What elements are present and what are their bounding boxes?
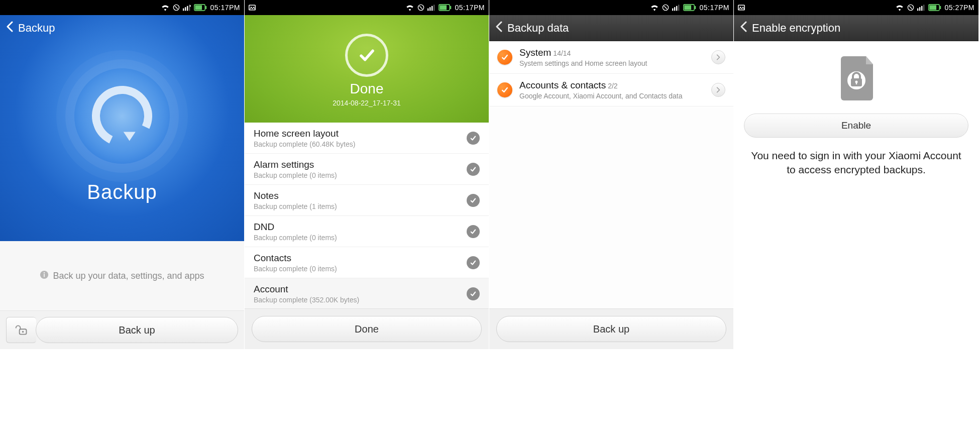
enable-button[interactable]: Enable bbox=[744, 114, 968, 138]
header-bar: Enable encryption bbox=[734, 15, 978, 41]
encryption-body: Enable You need to sign in with your Xia… bbox=[734, 41, 978, 349]
disclosure-button[interactable] bbox=[711, 83, 725, 97]
backup-button-label: Back up bbox=[593, 323, 629, 335]
svg-rect-25 bbox=[674, 7, 675, 11]
category-count: 2/2 bbox=[608, 82, 617, 90]
battery-icon bbox=[194, 4, 207, 11]
svg-rect-6 bbox=[195, 5, 202, 10]
svg-rect-36 bbox=[921, 6, 922, 11]
svg-rect-16 bbox=[427, 9, 428, 11]
back-icon[interactable] bbox=[495, 21, 502, 35]
footer: Back up bbox=[489, 308, 733, 349]
svg-rect-18 bbox=[431, 6, 432, 11]
battery-icon bbox=[439, 4, 452, 11]
screen-backup-done: 05:17PM Done 2014-08-22_17-17-31 Home sc… bbox=[245, 0, 489, 349]
backup-button[interactable]: Back up bbox=[36, 317, 238, 343]
back-icon[interactable] bbox=[6, 21, 13, 35]
header-title: Enable encryption bbox=[752, 22, 840, 35]
result-item: Notes Backup complete (1 items) bbox=[245, 185, 489, 216]
result-item: Account Backup complete (352.00K bytes) bbox=[245, 278, 489, 308]
hero-panel: Backup bbox=[0, 15, 244, 241]
svg-rect-21 bbox=[440, 5, 447, 10]
status-time: 05:17PM bbox=[699, 4, 729, 12]
status-time: 05:17PM bbox=[455, 4, 485, 12]
result-title: Account bbox=[254, 284, 359, 295]
category-subtitle: Google Account, Xiaomi Account, and Cont… bbox=[519, 92, 704, 100]
result-title: Home screen layout bbox=[254, 128, 355, 139]
header-title: Backup bbox=[18, 22, 55, 35]
category-item-accounts[interactable]: Accounts & contacts2/2 Google Account, X… bbox=[489, 74, 733, 106]
unlock-icon bbox=[15, 324, 28, 336]
category-title: System bbox=[519, 47, 551, 58]
screen-backup-data: 05:17PM Backup data System14/14 System s… bbox=[489, 0, 734, 349]
lock-illustration-icon bbox=[834, 53, 879, 105]
category-count: 14/14 bbox=[553, 49, 571, 57]
category-item-system[interactable]: System14/14 System settings and Home scr… bbox=[489, 41, 733, 74]
screenshot-icon bbox=[249, 4, 256, 11]
sim-icon bbox=[662, 4, 669, 11]
svg-rect-24 bbox=[672, 9, 673, 11]
back-icon[interactable] bbox=[740, 21, 747, 35]
result-item: Contacts Backup complete (0 items) bbox=[245, 247, 489, 278]
check-icon bbox=[467, 287, 480, 300]
status-bar: 05:17PM bbox=[0, 0, 244, 15]
svg-rect-17 bbox=[429, 7, 430, 11]
svg-rect-30 bbox=[695, 6, 696, 9]
signal-icon bbox=[183, 4, 191, 11]
hint-area: Back up your data, settings, and apps Ba… bbox=[0, 241, 244, 349]
chevron-right-icon bbox=[716, 54, 720, 60]
result-subtitle: Backup complete (1 items) bbox=[254, 202, 337, 210]
backup-button[interactable]: Back up bbox=[496, 316, 726, 342]
check-icon bbox=[467, 163, 480, 176]
result-subtitle: Backup complete (0 items) bbox=[254, 171, 337, 179]
footer: Done bbox=[245, 308, 489, 349]
sim-icon bbox=[173, 4, 180, 11]
svg-rect-9 bbox=[44, 274, 45, 277]
result-item: Alarm settings Backup complete (0 items) bbox=[245, 154, 489, 185]
selected-check-icon bbox=[497, 82, 512, 97]
status-bar: 05:27PM bbox=[734, 0, 978, 15]
result-subtitle: Backup complete (60.48K bytes) bbox=[254, 140, 355, 148]
svg-rect-2 bbox=[185, 7, 186, 11]
screenshot-icon bbox=[738, 4, 745, 11]
wifi-icon bbox=[405, 4, 414, 11]
backup-button-label: Back up bbox=[119, 324, 155, 336]
result-title: Notes bbox=[254, 190, 337, 201]
svg-rect-26 bbox=[676, 6, 677, 11]
svg-rect-3 bbox=[187, 6, 188, 11]
status-bar: 05:17PM bbox=[489, 0, 733, 15]
battery-icon bbox=[683, 4, 696, 11]
screen-backup-landing: 05:17PM Backup Backup Back up your data,… bbox=[0, 0, 245, 349]
disclosure-button[interactable] bbox=[711, 50, 725, 64]
done-check-icon bbox=[345, 34, 388, 77]
svg-rect-39 bbox=[930, 5, 937, 10]
done-button-label: Done bbox=[355, 323, 379, 335]
empty-area bbox=[489, 106, 733, 308]
category-title: Accounts & contacts bbox=[519, 80, 606, 90]
sim-icon bbox=[417, 4, 424, 11]
wifi-icon bbox=[650, 4, 659, 11]
svg-point-12 bbox=[22, 331, 23, 333]
result-item: DND Backup complete (0 items) bbox=[245, 216, 489, 247]
status-bar: 05:17PM bbox=[245, 0, 489, 15]
screen-enable-encryption: 05:27PM Enable encryption Enable bbox=[734, 0, 978, 349]
sim-icon bbox=[907, 4, 914, 11]
encryption-toggle[interactable] bbox=[6, 317, 36, 343]
hint-text: Back up your data, settings, and apps bbox=[53, 271, 204, 281]
backup-results-list: Home screen layout Backup complete (60.4… bbox=[245, 123, 489, 308]
done-button[interactable]: Done bbox=[252, 316, 482, 342]
header-bar: Backup data bbox=[489, 15, 733, 41]
done-label: Done bbox=[350, 81, 384, 97]
battery-icon bbox=[928, 4, 941, 11]
result-item: Home screen layout Backup complete (60.4… bbox=[245, 123, 489, 154]
result-subtitle: Backup complete (0 items) bbox=[254, 265, 337, 273]
footer: Back up bbox=[0, 310, 244, 349]
header-title: Backup data bbox=[507, 22, 569, 35]
signal-icon bbox=[672, 4, 680, 11]
info-icon bbox=[40, 270, 49, 282]
status-time: 05:27PM bbox=[944, 4, 974, 12]
check-icon bbox=[467, 256, 480, 269]
chevron-right-icon bbox=[716, 87, 720, 93]
hero-label: Backup bbox=[87, 181, 157, 203]
category-subtitle: System settings and Home screen layout bbox=[519, 59, 704, 67]
